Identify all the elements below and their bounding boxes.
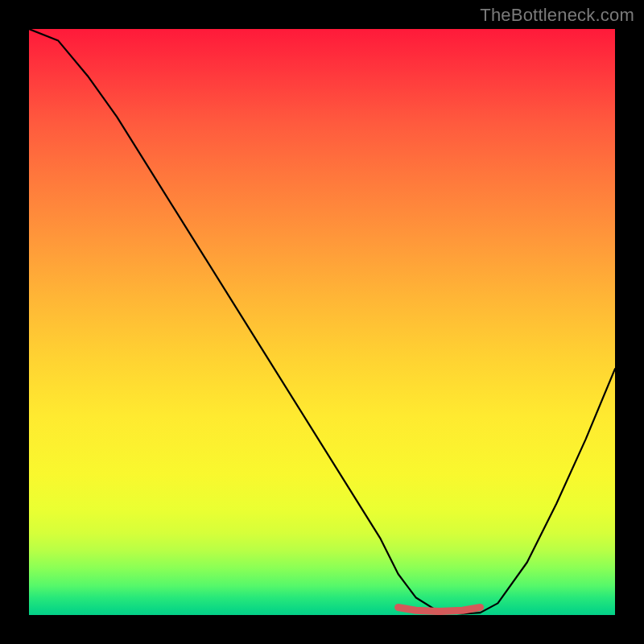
chart-frame: TheBottleneck.com	[0, 0, 644, 644]
optimal-region-marker	[398, 608, 481, 612]
watermark-text: TheBottleneck.com	[480, 5, 634, 26]
bottleneck-curve	[29, 29, 615, 614]
plot-area	[29, 29, 615, 615]
chart-svg	[29, 29, 615, 615]
